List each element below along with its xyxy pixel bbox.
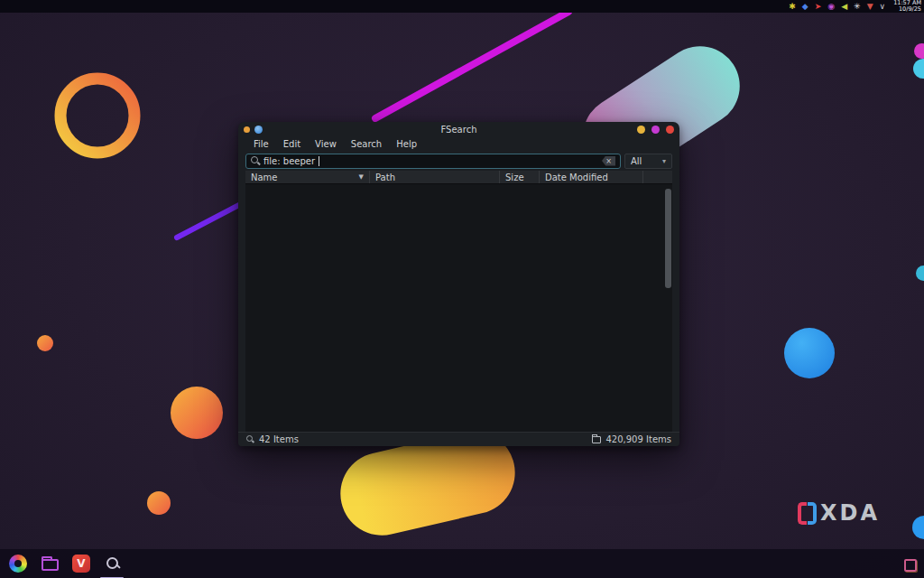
scrollbar-track[interactable] xyxy=(665,186,671,430)
xda-left-bracket-icon xyxy=(798,502,807,525)
folder-icon xyxy=(42,559,59,571)
text-caret xyxy=(319,156,319,166)
menu-help[interactable]: Help xyxy=(389,139,424,149)
filter-dropdown[interactable]: All ▾ xyxy=(624,154,672,169)
disc-icon[interactable]: ◉ xyxy=(827,2,835,11)
shield-icon[interactable]: ◆ xyxy=(802,2,808,11)
vivaldi-browser-icon[interactable]: V xyxy=(70,552,92,575)
status-bar: 42 Items 420,909 Items xyxy=(238,432,679,446)
column-header-name[interactable]: Name ▼ xyxy=(245,171,370,183)
fsearch-dock-icon[interactable] xyxy=(102,552,124,575)
result-count: 42 Items xyxy=(259,434,299,444)
scrollbar-thumb[interactable] xyxy=(665,189,671,288)
gear-icon[interactable]: ✱ xyxy=(789,2,796,11)
menu-file[interactable]: File xyxy=(246,139,276,149)
column-header-filler xyxy=(643,171,672,183)
chevron-down-icon: ▾ xyxy=(662,157,666,165)
keyboard-icon[interactable]: ▼ xyxy=(867,2,873,11)
column-header-date[interactable]: Date Modified xyxy=(540,171,643,183)
menu-search[interactable]: Search xyxy=(344,139,389,149)
search-icon xyxy=(251,156,260,165)
filter-value: All xyxy=(631,156,642,166)
brightness-icon[interactable]: ✳ xyxy=(854,2,861,11)
top-panel: ✱◆➤◉◀✳▼∨ 11:57 AM 10/9/25 xyxy=(0,0,924,13)
search-results-icon xyxy=(246,435,254,443)
search-input[interactable]: file: beeper × xyxy=(245,154,621,169)
menu-edit[interactable]: Edit xyxy=(276,139,308,149)
sort-descending-icon: ▼ xyxy=(359,173,364,181)
magenta-line-shape xyxy=(375,12,568,118)
system-tray: ✱◆➤◉◀✳▼∨ xyxy=(789,2,885,11)
chevron-down-icon[interactable]: ∨ xyxy=(880,2,886,11)
taskbar: V xyxy=(0,549,924,578)
app-launcher-icon[interactable] xyxy=(7,552,29,575)
close-button[interactable] xyxy=(666,126,674,134)
xda-logo-text: XDA xyxy=(820,502,880,525)
results-table: Name ▼ Path Size Date Modified xyxy=(245,171,672,432)
thunderbird-icon[interactable]: ➤ xyxy=(815,2,822,11)
show-desktop-button[interactable] xyxy=(904,559,917,572)
menu-view[interactable]: View xyxy=(308,139,344,149)
file-manager-icon[interactable] xyxy=(39,552,60,575)
fsearch-window: FSearch FileEditViewSearchHelp file: bee… xyxy=(238,122,679,446)
minimize-button[interactable] xyxy=(637,126,645,134)
clear-search-icon[interactable]: × xyxy=(602,156,615,166)
maximize-button[interactable] xyxy=(651,126,660,134)
search-query: file: beeper xyxy=(263,156,315,166)
database-folder-icon xyxy=(592,436,601,443)
volume-icon[interactable]: ◀ xyxy=(841,2,847,11)
menu-bar: FileEditViewSearchHelp xyxy=(238,137,679,151)
window-title: FSearch xyxy=(238,125,679,135)
column-header-path[interactable]: Path xyxy=(370,171,500,183)
database-count: 420,909 Items xyxy=(605,434,671,444)
search-row: file: beeper × All ▾ xyxy=(238,151,679,171)
clock-date: 10/9/25 xyxy=(893,6,921,13)
xda-watermark: XDA xyxy=(798,502,880,525)
results-body xyxy=(245,184,672,432)
orange-ring-shape xyxy=(60,79,134,153)
clock[interactable]: 11:57 AM 10/9/25 xyxy=(892,0,921,13)
vivaldi-v-icon: V xyxy=(72,555,90,573)
dock: V xyxy=(7,552,124,575)
column-header-size[interactable]: Size xyxy=(500,171,540,183)
launcher-wheel-icon xyxy=(9,555,27,573)
titlebar[interactable]: FSearch xyxy=(238,122,679,137)
table-header: Name ▼ Path Size Date Modified xyxy=(245,171,672,184)
xda-right-bracket-icon xyxy=(808,502,817,525)
magnifier-icon xyxy=(106,556,120,571)
